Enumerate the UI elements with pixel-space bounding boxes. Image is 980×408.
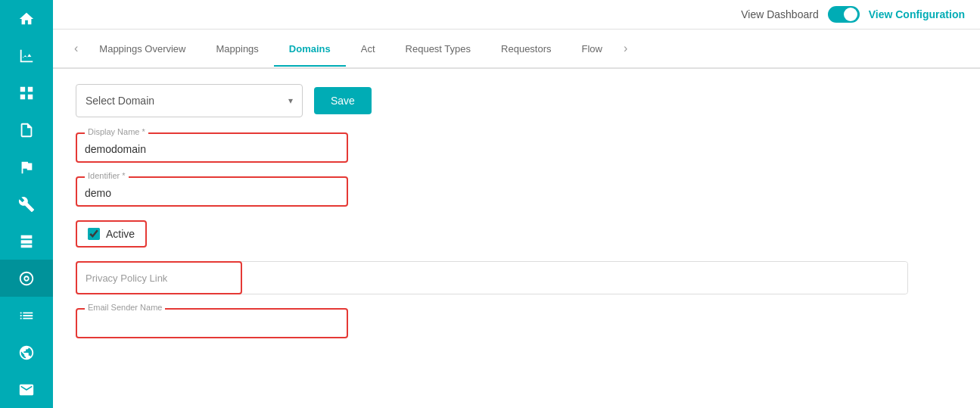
content-area: Select Domain ▾ Save Display Name * Iden… bbox=[53, 69, 980, 408]
sidebar-chart[interactable] bbox=[0, 37, 53, 74]
nav-tabs: ‹ Mappings Overview Mappings Domains Act… bbox=[53, 30, 980, 69]
nav-right-arrow[interactable]: › bbox=[618, 30, 633, 67]
sidebar-server[interactable] bbox=[0, 223, 53, 260]
identifier-group: Identifier * bbox=[76, 176, 957, 207]
tab-flow[interactable]: Flow bbox=[567, 33, 618, 67]
active-label: Active bbox=[106, 228, 135, 240]
sidebar-tools[interactable] bbox=[0, 185, 53, 223]
sidebar-flag[interactable] bbox=[0, 148, 53, 185]
view-config-label[interactable]: View Configuration bbox=[869, 8, 965, 20]
sidebar-target[interactable] bbox=[0, 260, 53, 297]
main-content: View Dashboard View Configuration ‹ Mapp… bbox=[53, 0, 980, 408]
email-sender-input[interactable] bbox=[77, 310, 347, 337]
display-name-container: Display Name * bbox=[76, 132, 348, 163]
select-domain-text: Select Domain bbox=[86, 95, 154, 107]
header-controls: View Dashboard View Configuration bbox=[741, 6, 965, 23]
email-sender-container: Email Sender Name bbox=[76, 308, 348, 338]
sidebar-mail[interactable] bbox=[0, 371, 53, 408]
chevron-down-icon: ▾ bbox=[288, 95, 293, 106]
select-domain-row: Select Domain ▾ Save bbox=[76, 84, 957, 117]
identifier-container: Identifier * bbox=[76, 176, 348, 207]
header-bar: View Dashboard View Configuration bbox=[53, 0, 980, 30]
tab-act[interactable]: Act bbox=[346, 33, 390, 67]
sidebar bbox=[0, 0, 53, 408]
tab-request-types[interactable]: Request Types bbox=[390, 33, 486, 67]
active-checkbox[interactable] bbox=[88, 228, 100, 240]
select-domain-dropdown[interactable]: Select Domain ▾ bbox=[76, 84, 303, 117]
sidebar-globe[interactable] bbox=[0, 334, 53, 371]
nav-left-arrow[interactable]: ‹ bbox=[68, 30, 84, 67]
sidebar-grid[interactable] bbox=[0, 74, 53, 111]
privacy-policy-wrapper: Privacy Policy Link bbox=[76, 261, 908, 294]
active-checkbox-container: Active bbox=[76, 220, 957, 248]
view-dashboard-label: View Dashboard bbox=[741, 8, 818, 20]
view-toggle[interactable] bbox=[828, 6, 860, 23]
privacy-policy-label: Privacy Policy Link bbox=[86, 273, 167, 284]
save-button[interactable]: Save bbox=[314, 87, 372, 114]
privacy-policy-input[interactable] bbox=[76, 262, 907, 294]
email-sender-label: Email Sender Name bbox=[85, 303, 165, 312]
email-sender-group: Email Sender Name bbox=[76, 308, 957, 338]
sidebar-list[interactable] bbox=[0, 297, 53, 334]
display-name-label: Display Name * bbox=[85, 127, 148, 136]
tab-requestors[interactable]: Requestors bbox=[486, 33, 566, 67]
active-checkbox-wrapper: Active bbox=[76, 220, 147, 248]
identifier-label: Identifier * bbox=[85, 171, 129, 180]
tab-mappings-overview[interactable]: Mappings Overview bbox=[84, 33, 201, 67]
display-name-group: Display Name * bbox=[76, 132, 957, 163]
sidebar-home[interactable] bbox=[0, 0, 53, 37]
tab-mappings[interactable]: Mappings bbox=[201, 33, 273, 67]
sidebar-document[interactable] bbox=[0, 111, 53, 148]
tab-domains[interactable]: Domains bbox=[274, 33, 346, 67]
display-name-input[interactable] bbox=[77, 134, 347, 161]
identifier-input[interactable] bbox=[77, 178, 347, 205]
